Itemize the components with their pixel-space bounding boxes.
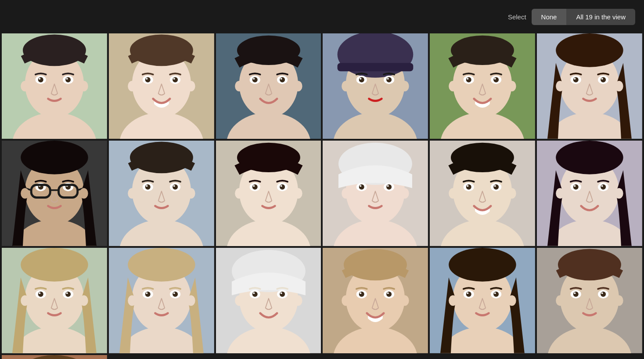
grid-item-15[interactable] — [216, 248, 321, 353]
svg-point-240 — [493, 291, 499, 297]
svg-point-224 — [360, 292, 362, 294]
svg-point-125 — [252, 184, 257, 189]
svg-point-79 — [574, 78, 576, 80]
svg-point-26 — [128, 81, 136, 91]
svg-point-257 — [615, 295, 623, 306]
svg-point-50 — [359, 77, 364, 83]
svg-point-10 — [65, 77, 71, 83]
svg-point-168 — [574, 185, 576, 187]
svg-point-145 — [401, 188, 409, 199]
svg-point-90 — [21, 141, 88, 174]
grid-item-18[interactable] — [537, 248, 642, 353]
svg-point-139 — [359, 184, 364, 189]
svg-point-215 — [294, 295, 302, 306]
svg-point-117 — [187, 188, 195, 199]
svg-point-235 — [449, 248, 516, 282]
app-container: Select None All 19 in the view — [0, 0, 644, 359]
svg-point-35 — [252, 77, 257, 83]
svg-point-130 — [235, 188, 243, 199]
svg-point-153 — [466, 184, 471, 189]
grid-item-17[interactable] — [430, 248, 535, 353]
svg-point-255 — [601, 292, 603, 294]
svg-point-196 — [146, 292, 148, 294]
svg-point-165 — [556, 141, 623, 174]
svg-point-54 — [387, 78, 389, 80]
svg-point-51 — [360, 78, 362, 80]
svg-point-21 — [145, 77, 151, 83]
grid-item-12[interactable] — [537, 141, 642, 246]
svg-point-64 — [466, 77, 471, 83]
svg-point-140 — [360, 185, 362, 187]
svg-point-179 — [21, 248, 88, 282]
grid-item-2[interactable] — [109, 33, 214, 139]
svg-point-242 — [449, 295, 457, 306]
svg-point-159 — [508, 188, 516, 199]
svg-point-112 — [146, 185, 148, 187]
image-grid — [0, 33, 644, 359]
svg-point-111 — [145, 184, 151, 189]
svg-point-40 — [235, 81, 243, 91]
svg-point-103 — [79, 188, 88, 199]
svg-point-181 — [38, 291, 43, 297]
svg-point-41 — [294, 81, 302, 91]
svg-point-214 — [235, 295, 243, 306]
svg-point-171 — [601, 185, 603, 187]
svg-point-69 — [449, 81, 457, 91]
svg-point-55 — [342, 81, 350, 91]
svg-point-102 — [21, 188, 29, 199]
svg-point-229 — [401, 295, 409, 306]
svg-point-142 — [387, 184, 392, 189]
svg-point-83 — [556, 81, 564, 91]
grid-item-9[interactable] — [216, 141, 321, 246]
grid-item-7[interactable] — [2, 141, 107, 246]
svg-point-81 — [601, 77, 606, 83]
svg-point-84 — [615, 81, 623, 91]
svg-point-156 — [493, 184, 499, 189]
grid-item-3[interactable] — [216, 33, 321, 139]
svg-point-252 — [574, 292, 576, 294]
svg-point-70 — [508, 81, 516, 91]
grid-item-4[interactable] — [323, 33, 428, 139]
svg-point-213 — [280, 292, 282, 294]
grid-item-13[interactable] — [2, 248, 107, 353]
svg-point-193 — [128, 248, 195, 282]
svg-point-251 — [573, 291, 579, 297]
grid-item-6[interactable] — [537, 33, 642, 139]
svg-point-237 — [466, 291, 471, 297]
svg-point-36 — [253, 78, 255, 80]
svg-point-126 — [253, 185, 255, 187]
svg-point-184 — [65, 291, 71, 297]
svg-point-67 — [493, 77, 499, 83]
grid-item-1[interactable] — [2, 33, 107, 139]
svg-point-198 — [173, 291, 178, 297]
svg-point-38 — [280, 77, 285, 83]
svg-point-186 — [21, 295, 29, 306]
svg-point-167 — [573, 184, 579, 189]
select-label: Select — [508, 13, 526, 21]
svg-point-129 — [280, 185, 282, 187]
svg-rect-48 — [338, 63, 414, 71]
svg-point-209 — [252, 291, 257, 297]
svg-point-212 — [280, 291, 285, 297]
svg-point-254 — [601, 291, 606, 297]
svg-point-243 — [508, 295, 516, 306]
grid-item-5[interactable] — [430, 33, 535, 139]
grid-item-11[interactable] — [430, 141, 535, 246]
grid-item-8[interactable] — [109, 141, 214, 246]
header: Select None All 19 in the view — [0, 0, 644, 33]
svg-point-78 — [573, 77, 579, 83]
grid-item-14[interactable] — [109, 248, 214, 353]
svg-point-228 — [342, 295, 350, 306]
svg-point-68 — [494, 78, 496, 80]
svg-point-154 — [467, 185, 469, 187]
svg-point-25 — [173, 78, 175, 80]
svg-point-223 — [359, 291, 364, 297]
svg-point-173 — [615, 188, 623, 199]
grid-item-16[interactable] — [323, 248, 428, 353]
grid-item-19[interactable] — [2, 355, 107, 359]
select-all-button[interactable]: All 19 in the view — [566, 9, 635, 25]
svg-point-22 — [146, 78, 148, 80]
grid-item-10[interactable] — [323, 141, 428, 246]
select-none-button[interactable]: None — [532, 9, 567, 25]
svg-point-76 — [556, 33, 623, 67]
